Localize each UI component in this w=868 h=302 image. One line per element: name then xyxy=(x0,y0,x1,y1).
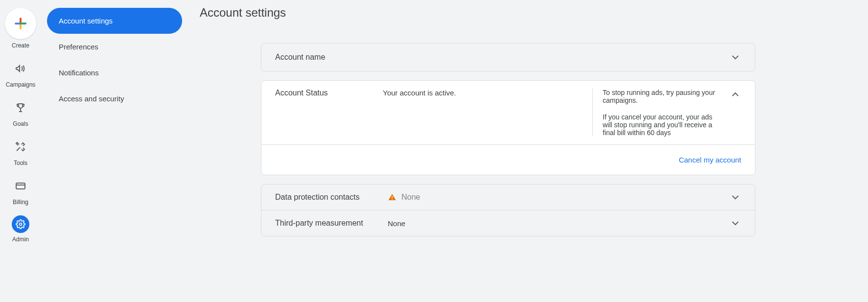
chevron-down-icon xyxy=(729,217,741,229)
create-label: Create xyxy=(12,42,29,49)
account-name-title: Account name xyxy=(275,53,373,62)
rail-admin[interactable]: Admin xyxy=(0,215,41,243)
account-status-title: Account Status xyxy=(275,89,373,97)
goals-label: Goals xyxy=(13,120,28,127)
main-content: Account settings Account name Account St… xyxy=(188,0,868,302)
svg-rect-0 xyxy=(16,183,25,189)
status-tip-1: To stop running ads, try pausing your ca… xyxy=(603,89,720,104)
data-protection-title: Data protection contacts xyxy=(275,193,378,202)
chevron-down-icon xyxy=(729,191,741,203)
third-party-value: None xyxy=(388,219,405,228)
card-account-status: Account Status Your account is active. T… xyxy=(261,80,755,175)
card-icon xyxy=(11,176,30,196)
page-title: Account settings xyxy=(200,6,856,20)
sidenav: Account settings Preferences Notificatio… xyxy=(41,0,188,302)
chevron-up-icon xyxy=(729,89,741,100)
rail-goals[interactable]: Goals xyxy=(0,98,41,127)
create-button[interactable]: Create xyxy=(0,8,41,49)
warning-icon xyxy=(388,193,397,202)
card-group-bottom: Data protection contacts None Third-part… xyxy=(261,184,755,236)
admin-label: Admin xyxy=(12,236,29,243)
icon-rail: Create Campaigns xyxy=(0,0,41,302)
gear-icon xyxy=(12,215,29,233)
card-third-party[interactable]: Third-party measurement None xyxy=(261,210,755,236)
data-protection-value: None xyxy=(401,193,420,202)
third-party-title: Third-party measurement xyxy=(275,219,378,228)
billing-label: Billing xyxy=(13,199,28,206)
card-account-name[interactable]: Account name xyxy=(261,43,755,71)
rail-tools[interactable]: Tools xyxy=(0,137,41,166)
account-status-text: Your account is active. xyxy=(383,89,583,97)
card-data-protection[interactable]: Data protection contacts None xyxy=(261,185,755,210)
account-status-tips: To stop running ads, try pausing your ca… xyxy=(592,89,720,137)
megaphone-icon xyxy=(11,59,30,78)
nav-notifications[interactable]: Notifications xyxy=(47,60,182,86)
chevron-down-icon xyxy=(729,51,741,63)
wrench-icon xyxy=(11,137,30,157)
nav-account-settings[interactable]: Account settings xyxy=(47,8,182,34)
cancel-account-link[interactable]: Cancel my account xyxy=(679,156,741,164)
svg-rect-3 xyxy=(392,199,393,200)
rail-campaigns[interactable]: Campaigns xyxy=(0,59,41,88)
status-tip-2: If you cancel your account, your ads wil… xyxy=(603,113,720,137)
account-status-header[interactable]: Account Status Your account is active. T… xyxy=(261,81,755,144)
svg-point-1 xyxy=(20,223,22,226)
plus-icon xyxy=(5,8,36,39)
nav-preferences[interactable]: Preferences xyxy=(47,34,182,60)
campaigns-label: Campaigns xyxy=(6,81,36,88)
rail-billing[interactable]: Billing xyxy=(0,176,41,206)
svg-rect-2 xyxy=(392,196,393,198)
trophy-icon xyxy=(11,98,30,117)
tools-label: Tools xyxy=(14,160,27,166)
nav-access-security[interactable]: Access and security xyxy=(47,86,182,112)
